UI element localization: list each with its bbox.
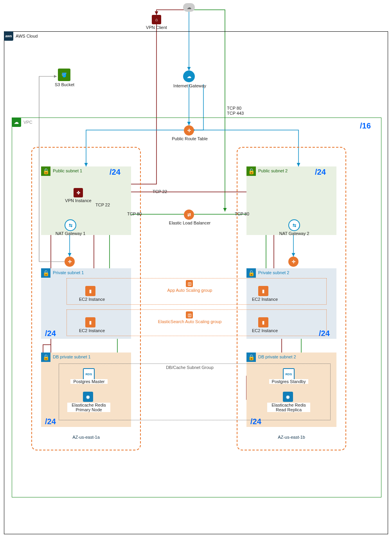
aws-cloud-label: AWS Cloud bbox=[16, 34, 38, 38]
az2-public-cidr: /24 bbox=[315, 168, 326, 177]
vpc-icon: ☁ bbox=[12, 118, 21, 127]
aws-logo-icon: aws bbox=[4, 31, 13, 41]
nat1-icon: ⇆ bbox=[65, 219, 76, 231]
router1-icon: ✢ bbox=[65, 257, 75, 267]
igw-label: Internet Gateway bbox=[170, 83, 209, 88]
ec2-icon: ▮ bbox=[85, 286, 95, 296]
subnet-group-label: DB/Cache Subnet Group bbox=[162, 365, 217, 370]
rds-icon: RDS bbox=[283, 368, 295, 380]
az1-redis-label: Elasticache Redis bbox=[67, 403, 110, 407]
ec2-icon: ▮ bbox=[85, 317, 95, 327]
az1-ec2b-label: EC2 Instance bbox=[76, 328, 108, 333]
route-table-icon: ✢ bbox=[184, 125, 194, 136]
az1-rds-label: Postgres Master bbox=[70, 379, 108, 384]
lock-icon: 🔒 bbox=[41, 268, 50, 278]
lock-icon: 🔒 bbox=[41, 166, 50, 176]
diagram-canvas: ☁ ⌂ VPN Client aws AWS Cloud 🪣 S3 Bucket… bbox=[0, 0, 392, 537]
nat2-label: NAT Gateway 2 bbox=[277, 231, 312, 236]
route-table-label: Public Route Table bbox=[168, 136, 211, 141]
az2-public-name: Public subnet 2 bbox=[258, 168, 288, 173]
az1-public-cidr: /24 bbox=[110, 168, 120, 177]
ec2-icon: ▮ bbox=[258, 286, 268, 296]
az1-private-cidr: /24 bbox=[45, 329, 56, 338]
lock-icon: 🔒 bbox=[246, 353, 256, 362]
asg-icon: ◫ bbox=[186, 311, 193, 318]
elb-icon: ⇄ bbox=[184, 210, 194, 220]
ssh-left: TCP 22 bbox=[95, 203, 110, 207]
lock-icon: 🔒 bbox=[246, 166, 256, 176]
az1-public-name: Public subnet 1 bbox=[53, 168, 82, 173]
internet-cloud-icon: ☁ bbox=[183, 3, 195, 12]
http-right: TCP 80 bbox=[235, 212, 249, 216]
az2-label: AZ-us-east-1b bbox=[252, 435, 331, 439]
http-left: TCP 80 bbox=[127, 212, 142, 216]
az1-private-name: Private subnet 1 bbox=[53, 270, 84, 275]
az2-private-name: Private subnet 2 bbox=[258, 270, 290, 275]
vpc-cidr: /16 bbox=[360, 121, 371, 130]
lock-icon: 🔒 bbox=[41, 353, 50, 362]
vpn-client-label: VPN Client bbox=[145, 25, 168, 30]
nat2-icon: ⇆ bbox=[288, 219, 300, 231]
nat1-label: NAT Gateway 1 bbox=[53, 231, 88, 236]
es-asg-label: ElasticSearch Auto Scaling group bbox=[156, 319, 223, 324]
s3-icon: 🪣 bbox=[58, 69, 70, 81]
az1-db-name: DB private subnet 1 bbox=[53, 354, 91, 359]
az2-ec2a-label: EC2 Instance bbox=[249, 297, 281, 302]
az2-db-name: DB private subnet 2 bbox=[258, 354, 296, 359]
vpn-instance-icon: ✜ bbox=[74, 188, 83, 197]
vpn-client-icon: ⌂ bbox=[152, 15, 161, 24]
az2-ec2b-label: EC2 Instance bbox=[249, 328, 281, 333]
az1-db-cidr: /24 bbox=[45, 417, 56, 426]
ssh-right: TCP 22 bbox=[153, 189, 167, 194]
az2-redis2-label: Read Replica bbox=[267, 407, 310, 412]
az1-redis2-label: Primary Node bbox=[67, 407, 110, 412]
redis-icon: ◉ bbox=[283, 392, 293, 402]
s3-label: S3 Bucket bbox=[53, 82, 76, 87]
lock-icon: 🔒 bbox=[246, 268, 256, 278]
igw-port-80: TCP 80 bbox=[227, 106, 241, 110]
az1-label: AZ-us-east-1a bbox=[47, 435, 125, 439]
redis-icon: ◉ bbox=[83, 392, 93, 402]
az1-ec2a-label: EC2 Instance bbox=[76, 297, 108, 302]
igw-port-443: TCP 443 bbox=[227, 111, 244, 116]
rds-icon: RDS bbox=[83, 368, 95, 380]
igw-icon: ☁ bbox=[183, 71, 195, 82]
az2-rds-label: Postgres Standby bbox=[269, 379, 308, 384]
elb-label: Elastic Load Balancer bbox=[166, 221, 213, 225]
vpc-label: VPC bbox=[23, 120, 32, 125]
router2-icon: ✢ bbox=[288, 257, 298, 267]
ec2-icon: ▮ bbox=[258, 317, 268, 327]
asg-icon: ◫ bbox=[186, 280, 193, 287]
app-asg-label: App Auto Scaling group bbox=[164, 288, 215, 293]
vpn-instance-label: VPN Instance bbox=[63, 198, 94, 203]
az2-redis-label: Elasticache Redis bbox=[267, 403, 310, 407]
